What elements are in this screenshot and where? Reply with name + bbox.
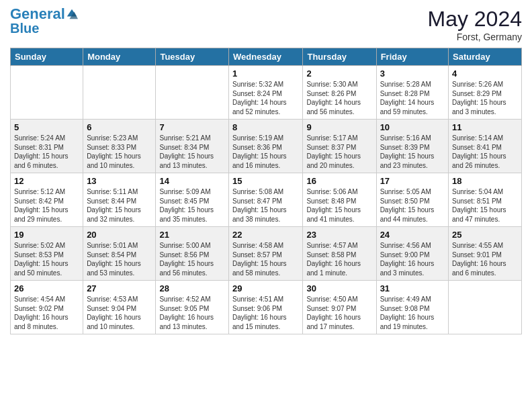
day-info: Sunrise: 5:23 AM Sunset: 8:33 PM Dayligh… bbox=[87, 134, 152, 170]
weekday-header-monday: Monday bbox=[83, 48, 156, 66]
day-info: Sunrise: 4:52 AM Sunset: 9:05 PM Dayligh… bbox=[159, 295, 225, 331]
calendar-cell: 15Sunrise: 5:08 AM Sunset: 8:47 PM Dayli… bbox=[229, 173, 303, 227]
day-info: Sunrise: 5:04 AM Sunset: 8:51 PM Dayligh… bbox=[452, 187, 518, 224]
calendar-cell: 13Sunrise: 5:11 AM Sunset: 8:44 PM Dayli… bbox=[83, 173, 156, 227]
calendar-cell: 11Sunrise: 5:14 AM Sunset: 8:41 PM Dayli… bbox=[449, 120, 522, 173]
day-number: 31 bbox=[380, 283, 445, 293]
day-number: 29 bbox=[232, 283, 299, 293]
calendar-cell: 17Sunrise: 5:05 AM Sunset: 8:50 PM Dayli… bbox=[376, 173, 448, 227]
weekday-header-row: SundayMondayTuesdayWednesdayThursdayFrid… bbox=[11, 48, 522, 66]
calendar-cell: 23Sunrise: 4:57 AM Sunset: 8:58 PM Dayli… bbox=[303, 227, 376, 281]
calendar-cell: 28Sunrise: 4:52 AM Sunset: 9:05 PM Dayli… bbox=[156, 281, 229, 334]
page: General Blue May 2024 Forst, Germany Sun… bbox=[0, 0, 532, 411]
day-info: Sunrise: 5:26 AM Sunset: 8:29 PM Dayligh… bbox=[452, 80, 518, 116]
day-info: Sunrise: 4:57 AM Sunset: 8:58 PM Dayligh… bbox=[306, 241, 372, 277]
week-row-3: 12Sunrise: 5:12 AM Sunset: 8:42 PM Dayli… bbox=[11, 173, 522, 227]
calendar-cell: 1Sunrise: 5:32 AM Sunset: 8:24 PM Daylig… bbox=[229, 66, 303, 120]
day-info: Sunrise: 5:24 AM Sunset: 8:31 PM Dayligh… bbox=[14, 134, 79, 170]
calendar-cell: 29Sunrise: 4:51 AM Sunset: 9:06 PM Dayli… bbox=[229, 281, 303, 334]
week-row-1: 1Sunrise: 5:32 AM Sunset: 8:24 PM Daylig… bbox=[11, 66, 522, 120]
day-info: Sunrise: 5:00 AM Sunset: 8:56 PM Dayligh… bbox=[159, 241, 225, 277]
day-number: 13 bbox=[87, 176, 152, 186]
day-info: Sunrise: 4:55 AM Sunset: 9:01 PM Dayligh… bbox=[452, 241, 518, 277]
calendar-cell: 18Sunrise: 5:04 AM Sunset: 8:51 PM Dayli… bbox=[449, 173, 522, 227]
day-number: 10 bbox=[380, 122, 445, 132]
week-row-4: 19Sunrise: 5:02 AM Sunset: 8:53 PM Dayli… bbox=[11, 227, 522, 281]
logo: General Blue bbox=[10, 7, 78, 35]
day-number: 23 bbox=[306, 230, 372, 240]
day-info: Sunrise: 5:01 AM Sunset: 8:54 PM Dayligh… bbox=[87, 241, 152, 277]
day-number: 7 bbox=[159, 122, 225, 132]
calendar-cell: 4Sunrise: 5:26 AM Sunset: 8:29 PM Daylig… bbox=[449, 66, 522, 120]
day-number: 4 bbox=[452, 68, 518, 79]
day-number: 27 bbox=[87, 283, 152, 293]
header: General Blue May 2024 Forst, Germany bbox=[10, 7, 522, 42]
calendar-cell: 12Sunrise: 5:12 AM Sunset: 8:42 PM Dayli… bbox=[11, 173, 83, 227]
weekday-header-saturday: Saturday bbox=[449, 48, 522, 66]
weekday-header-tuesday: Tuesday bbox=[156, 48, 229, 66]
week-row-2: 5Sunrise: 5:24 AM Sunset: 8:31 PM Daylig… bbox=[11, 120, 522, 173]
day-number: 2 bbox=[306, 68, 372, 79]
day-number: 28 bbox=[159, 283, 225, 293]
day-number: 26 bbox=[14, 283, 79, 293]
weekday-header-wednesday: Wednesday bbox=[229, 48, 303, 66]
day-number: 22 bbox=[232, 230, 299, 240]
day-number: 21 bbox=[159, 230, 225, 240]
day-number: 16 bbox=[306, 176, 372, 186]
day-number: 8 bbox=[232, 122, 299, 132]
logo-icon bbox=[66, 8, 78, 20]
location: Forst, Germany bbox=[427, 32, 522, 42]
day-info: Sunrise: 5:05 AM Sunset: 8:50 PM Dayligh… bbox=[380, 187, 445, 224]
day-number: 12 bbox=[14, 176, 79, 186]
logo-subtext: Blue bbox=[10, 21, 78, 35]
weekday-header-friday: Friday bbox=[376, 48, 448, 66]
calendar-cell bbox=[11, 66, 83, 120]
day-number: 11 bbox=[452, 122, 518, 132]
day-info: Sunrise: 5:11 AM Sunset: 8:44 PM Dayligh… bbox=[87, 187, 152, 224]
day-info: Sunrise: 5:19 AM Sunset: 8:36 PM Dayligh… bbox=[232, 134, 299, 170]
calendar-cell: 27Sunrise: 4:53 AM Sunset: 9:04 PM Dayli… bbox=[83, 281, 156, 334]
day-number: 18 bbox=[452, 176, 518, 186]
day-info: Sunrise: 5:14 AM Sunset: 8:41 PM Dayligh… bbox=[452, 134, 518, 170]
calendar-cell: 16Sunrise: 5:06 AM Sunset: 8:48 PM Dayli… bbox=[303, 173, 376, 227]
calendar-cell: 8Sunrise: 5:19 AM Sunset: 8:36 PM Daylig… bbox=[229, 120, 303, 173]
calendar-cell: 30Sunrise: 4:50 AM Sunset: 9:07 PM Dayli… bbox=[303, 281, 376, 334]
weekday-header-sunday: Sunday bbox=[11, 48, 83, 66]
calendar-cell: 6Sunrise: 5:23 AM Sunset: 8:33 PM Daylig… bbox=[83, 120, 156, 173]
day-info: Sunrise: 4:53 AM Sunset: 9:04 PM Dayligh… bbox=[87, 295, 152, 331]
calendar-cell: 22Sunrise: 4:58 AM Sunset: 8:57 PM Dayli… bbox=[229, 227, 303, 281]
day-number: 5 bbox=[14, 122, 79, 132]
calendar-cell bbox=[83, 66, 156, 120]
calendar-cell: 31Sunrise: 4:49 AM Sunset: 9:08 PM Dayli… bbox=[376, 281, 448, 334]
calendar-cell: 14Sunrise: 5:09 AM Sunset: 8:45 PM Dayli… bbox=[156, 173, 229, 227]
day-number: 6 bbox=[87, 122, 152, 132]
calendar-cell: 3Sunrise: 5:28 AM Sunset: 8:28 PM Daylig… bbox=[376, 66, 448, 120]
calendar-cell: 9Sunrise: 5:17 AM Sunset: 8:37 PM Daylig… bbox=[303, 120, 376, 173]
day-number: 25 bbox=[452, 230, 518, 240]
calendar-table: SundayMondayTuesdayWednesdayThursdayFrid… bbox=[10, 48, 522, 334]
day-number: 1 bbox=[232, 68, 299, 79]
calendar-cell: 26Sunrise: 4:54 AM Sunset: 9:02 PM Dayli… bbox=[11, 281, 83, 334]
day-number: 14 bbox=[159, 176, 225, 186]
day-number: 19 bbox=[14, 230, 79, 240]
day-info: Sunrise: 5:17 AM Sunset: 8:37 PM Dayligh… bbox=[306, 134, 372, 170]
day-number: 15 bbox=[232, 176, 299, 186]
day-info: Sunrise: 4:49 AM Sunset: 9:08 PM Dayligh… bbox=[380, 295, 445, 331]
day-info: Sunrise: 5:06 AM Sunset: 8:48 PM Dayligh… bbox=[306, 187, 372, 224]
weekday-header-thursday: Thursday bbox=[303, 48, 376, 66]
day-number: 30 bbox=[306, 283, 372, 293]
calendar-cell: 20Sunrise: 5:01 AM Sunset: 8:54 PM Dayli… bbox=[83, 227, 156, 281]
day-info: Sunrise: 5:12 AM Sunset: 8:42 PM Dayligh… bbox=[14, 187, 79, 224]
day-info: Sunrise: 5:16 AM Sunset: 8:39 PM Dayligh… bbox=[380, 134, 445, 170]
day-info: Sunrise: 4:58 AM Sunset: 8:57 PM Dayligh… bbox=[232, 241, 299, 277]
day-info: Sunrise: 5:32 AM Sunset: 8:24 PM Dayligh… bbox=[232, 80, 299, 116]
day-info: Sunrise: 4:50 AM Sunset: 9:07 PM Dayligh… bbox=[306, 295, 372, 331]
month-title: May 2024 bbox=[427, 7, 522, 32]
day-number: 9 bbox=[306, 122, 372, 132]
day-info: Sunrise: 5:09 AM Sunset: 8:45 PM Dayligh… bbox=[159, 187, 225, 224]
day-info: Sunrise: 4:54 AM Sunset: 9:02 PM Dayligh… bbox=[14, 295, 79, 331]
calendar-cell: 19Sunrise: 5:02 AM Sunset: 8:53 PM Dayli… bbox=[11, 227, 83, 281]
day-info: Sunrise: 4:51 AM Sunset: 9:06 PM Dayligh… bbox=[232, 295, 299, 331]
day-number: 20 bbox=[87, 230, 152, 240]
calendar-cell: 25Sunrise: 4:55 AM Sunset: 9:01 PM Dayli… bbox=[449, 227, 522, 281]
